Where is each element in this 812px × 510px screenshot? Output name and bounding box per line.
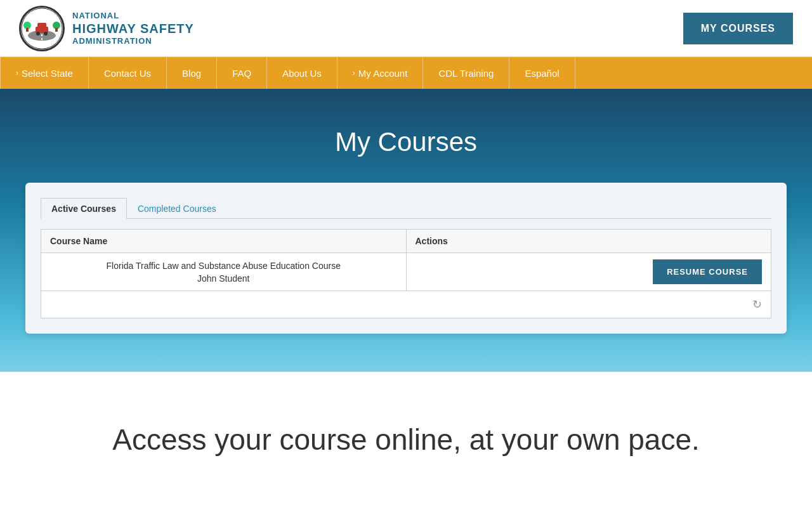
- tagline: Access your course online, at your own p…: [25, 422, 787, 457]
- svg-point-6: [44, 32, 48, 36]
- loading-row: ↻: [41, 291, 771, 318]
- nav-item-select-state[interactable]: › Select State: [0, 57, 89, 89]
- nav-label-contact-us: Contact Us: [104, 68, 151, 79]
- nav-item-blog[interactable]: Blog: [167, 57, 217, 89]
- courses-card: Active Courses Completed Courses Course …: [25, 183, 787, 334]
- actions-cell: RESUME COURSE: [406, 253, 771, 291]
- nav-label-espanol: Español: [525, 68, 559, 79]
- tab-completed-label: Completed Courses: [138, 204, 216, 214]
- nav-label-cdl-training: CDL Training: [438, 68, 494, 79]
- svg-rect-4: [37, 23, 46, 28]
- tab-active-courses[interactable]: Active Courses: [41, 198, 127, 219]
- nav-label-faq: FAQ: [232, 68, 251, 79]
- bottom-section: Access your course online, at your own p…: [0, 372, 812, 507]
- nav-item-contact-us[interactable]: Contact Us: [89, 57, 167, 89]
- logo-icon: [19, 6, 65, 51]
- table-row: Florida Traffic Law and Substance Abuse …: [41, 253, 771, 291]
- chevron-right-icon-account: ›: [353, 69, 355, 77]
- chevron-right-icon: ›: [16, 69, 18, 77]
- logo-administration: ADMINISTRATION: [72, 36, 194, 46]
- my-courses-button[interactable]: MY COURSES: [683, 13, 793, 44]
- tabs-container: Active Courses Completed Courses: [41, 198, 771, 219]
- svg-rect-10: [55, 28, 58, 32]
- courses-table: Course Name Actions Florida Traffic Law …: [41, 229, 771, 318]
- hero-title: My Courses: [13, 127, 799, 157]
- logo-national: NATIONAL: [72, 11, 194, 21]
- table-header-row: Course Name Actions: [41, 230, 771, 253]
- svg-point-5: [36, 32, 40, 36]
- loading-indicator: ↻: [41, 291, 771, 318]
- col-header-course-name: Course Name: [41, 230, 407, 253]
- refresh-icon: ↻: [752, 298, 762, 311]
- nav-label-select-state: Select State: [22, 68, 73, 79]
- course-student: John Student: [50, 273, 397, 284]
- course-info-cell: Florida Traffic Law and Substance Abuse …: [41, 253, 407, 291]
- resume-course-button[interactable]: RESUME COURSE: [653, 259, 762, 284]
- nav-label-my-account: My Account: [358, 68, 408, 79]
- nav-label-about-us: About Us: [282, 68, 322, 79]
- svg-rect-8: [26, 28, 29, 32]
- nav-item-espanol[interactable]: Español: [509, 57, 575, 89]
- nav-item-about-us[interactable]: About Us: [267, 57, 337, 89]
- nav-item-my-account[interactable]: › My Account: [337, 57, 424, 89]
- nav-label-blog: Blog: [182, 68, 201, 79]
- hero-section: My Courses Active Courses Completed Cour…: [0, 89, 812, 372]
- tab-completed-courses[interactable]: Completed Courses: [127, 198, 227, 219]
- logo-highway: HIGHWAY SAFETY: [72, 21, 194, 36]
- col-header-actions: Actions: [406, 230, 771, 253]
- header: NATIONAL HIGHWAY SAFETY ADMINISTRATION M…: [0, 0, 812, 57]
- logo-area: NATIONAL HIGHWAY SAFETY ADMINISTRATION: [19, 6, 194, 51]
- nav-bar: › Select State Contact Us Blog FAQ About…: [0, 57, 812, 89]
- nav-item-cdl-training[interactable]: CDL Training: [423, 57, 509, 89]
- course-name: Florida Traffic Law and Substance Abuse …: [50, 261, 397, 271]
- tab-active-label: Active Courses: [51, 204, 116, 214]
- logo-text: NATIONAL HIGHWAY SAFETY ADMINISTRATION: [72, 11, 194, 46]
- nav-item-faq[interactable]: FAQ: [217, 57, 267, 89]
